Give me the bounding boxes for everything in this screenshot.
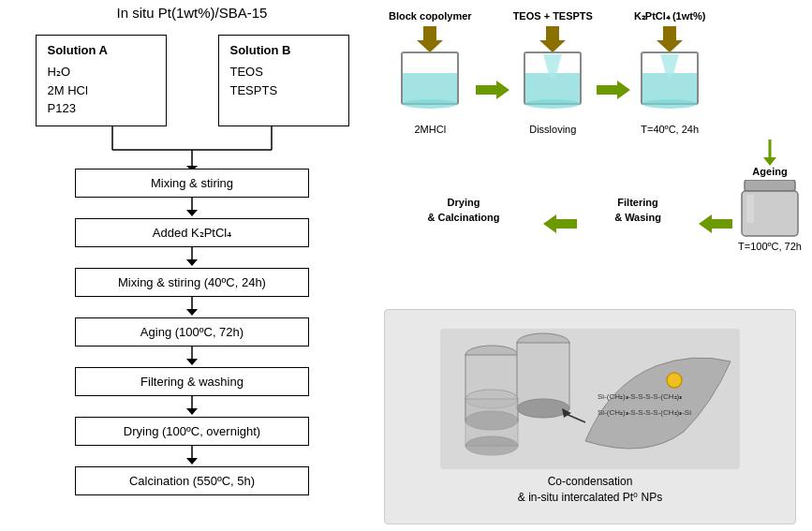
beaker-2-svg — [520, 26, 585, 120]
svg-text:Si-(CH₂)₃-S-S-S-S-(CH₂)₃: Si-(CH₂)₃-S-S-S-S-(CH₂)₃ — [598, 392, 682, 401]
solution-a-box: Solution A H₂O2M HClP123 — [36, 35, 167, 126]
beaker-3-svg — [637, 26, 702, 120]
beaker-1-label-bottom: 2MHCl — [415, 124, 447, 135]
main-title: In situ Pt(1wt%)/SBA-15 — [9, 5, 375, 21]
svg-marker-16 — [186, 458, 198, 465]
arrow-right-1 — [476, 81, 509, 135]
solution-a-content: H₂O2M HClP123 — [48, 63, 155, 118]
left-panel: In situ Pt(1wt%)/SBA-15 Solution A H₂O2M… — [9, 5, 375, 524]
beaker-3: K₂PtCl₄ (1wt%) T=40ºC, 24h — [634, 9, 705, 135]
arrow-right-2 — [597, 81, 630, 135]
svg-marker-27 — [597, 81, 630, 99]
nano-diagram: Si-(CH₂)₃-S-S-S-S-(CH₂)₃ Si-(CH₂)₃-S-S-S… — [440, 329, 740, 469]
beaker-2: TEOS + TESPTS Dissloving — [513, 9, 593, 135]
nano-caption: Co-condensation & in-situ intercalated P… — [518, 474, 662, 506]
beaker-2-label-bottom: Dissloving — [529, 124, 576, 135]
svg-marker-33 — [543, 214, 577, 233]
caption-line2: & in-situ intercalated Pt⁰ NPs — [518, 491, 662, 504]
step-calcination: Calcination (550ºC, 5h) — [75, 466, 309, 495]
filtering-section: Filtering& Wasing — [582, 140, 694, 252]
svg-rect-19 — [403, 73, 457, 103]
svg-marker-12 — [186, 359, 198, 365]
svg-marker-8 — [186, 259, 198, 266]
ageing-temp: T=100ºC, 72h — [738, 241, 802, 252]
svg-marker-14 — [186, 408, 198, 415]
solution-b-box: Solution B TEOSTESPTS — [218, 35, 349, 126]
svg-marker-34 — [699, 214, 732, 233]
arrow3 — [183, 297, 201, 317]
svg-marker-22 — [539, 26, 566, 52]
arrow-left-section — [543, 140, 577, 252]
svg-point-26 — [525, 99, 580, 109]
drying-section: Drying& Calcinationg — [389, 140, 539, 252]
svg-marker-17 — [417, 26, 443, 52]
beaker-2-label-top: TEOS + TESPTS — [513, 9, 593, 22]
svg-marker-21 — [476, 81, 509, 99]
svg-point-49 — [465, 436, 518, 455]
svg-rect-37 — [745, 180, 795, 191]
svg-text:Si-(CH₂)₃-S-S-S-S-(CH₂)₃-Si: Si-(CH₂)₃-S-S-S-S-(CH₂)₃-Si — [598, 408, 691, 417]
second-row: Drying& Calcinationg Filtering& Wasing — [389, 140, 805, 252]
drying-label: Drying& Calcinationg — [427, 196, 499, 225]
arrow1 — [183, 198, 201, 218]
connector-svg — [33, 126, 351, 169]
arrow2 — [183, 247, 201, 268]
bottom-panel: Si-(CH₂)₃-S-S-S-S-(CH₂)₃ Si-(CH₂)₃-S-S-S… — [384, 309, 796, 524]
svg-marker-10 — [186, 309, 198, 316]
svg-point-52 — [667, 373, 682, 388]
beaker-1-label-top: Block copolymer — [389, 9, 472, 22]
arrow5 — [183, 396, 201, 417]
step-mixing2: Mixing & stiring (40ºC, 24h) — [75, 268, 309, 297]
filtering-label: Filtering& Wasing — [614, 196, 661, 225]
solution-b-content: TEOSTESPTS — [230, 63, 337, 99]
beaker-row: Block copolymer 2MHCl TEOS + TESPTS — [389, 9, 805, 135]
svg-point-32 — [642, 99, 697, 109]
caption-line1: Co-condensation — [548, 475, 633, 488]
arrow-left-2 — [699, 140, 732, 252]
step-mixing: Mixing & stiring — [75, 169, 309, 198]
beaker-1: Block copolymer 2MHCl — [389, 9, 472, 135]
svg-marker-28 — [657, 26, 683, 52]
beaker-1-svg — [397, 26, 463, 120]
ageing-label: Ageing — [752, 166, 787, 177]
svg-point-20 — [403, 99, 457, 109]
step-filtering: Filtering & washing — [75, 367, 309, 396]
solution-row: Solution A H₂O2M HClP123 Solution B TEOS… — [9, 35, 375, 126]
svg-marker-36 — [763, 157, 776, 166]
svg-rect-39 — [746, 195, 754, 223]
beaker-3-label-top: K₂PtCl₄ (1wt%) — [634, 9, 705, 22]
solution-a-title: Solution A — [48, 43, 155, 57]
right-panel-top: Block copolymer 2MHCl TEOS + TESPTS — [389, 9, 805, 252]
ageing-section: Ageing T=100ºC, 72h — [737, 140, 803, 252]
step-added: Added K₂PtCl₄ — [75, 218, 309, 247]
beaker-3-label-bottom: T=40ºC, 24h — [641, 124, 699, 135]
solution-b-title: Solution B — [230, 43, 337, 57]
arrow6 — [183, 446, 201, 466]
step-drying: Drying (100ºC, overnight) — [75, 417, 309, 446]
flow-container: Mixing & stiring Added K₂PtCl₄ Mixing & … — [9, 169, 375, 495]
svg-marker-6 — [186, 210, 198, 216]
jar-svg — [737, 180, 803, 241]
step-aging: Aging (100ºC, 72h) — [75, 317, 309, 347]
svg-point-46 — [517, 399, 569, 418]
arrow4 — [183, 347, 201, 367]
